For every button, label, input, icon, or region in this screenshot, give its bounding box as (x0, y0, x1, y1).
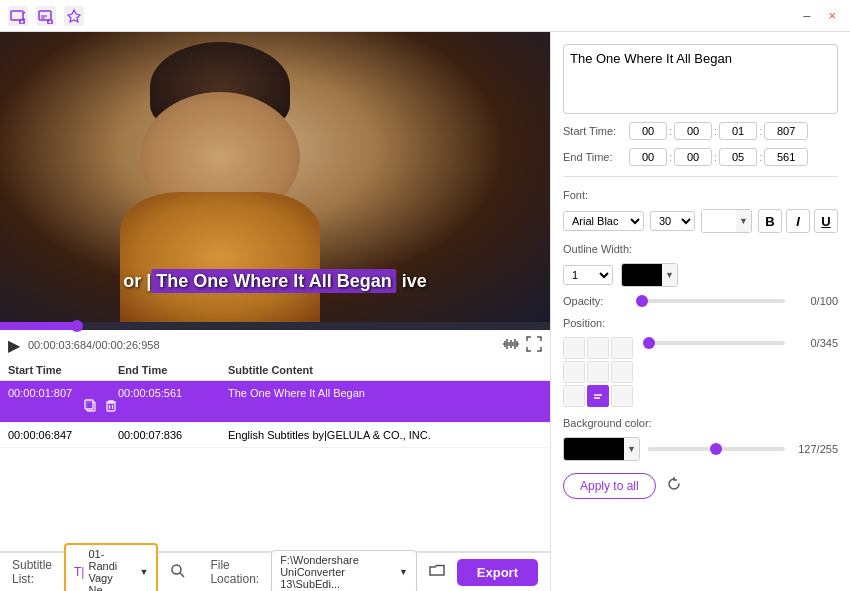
pos-bot-left[interactable] (563, 385, 585, 407)
outline-color-swatch[interactable]: ▼ (621, 263, 678, 287)
progress-handle[interactable] (71, 320, 83, 332)
position-slider-row: 0/345 (643, 337, 838, 349)
start-time-m[interactable] (674, 122, 712, 140)
start-time-ms[interactable] (764, 122, 808, 140)
pos-top-center[interactable] (587, 337, 609, 359)
subtitle-highlight: The One Where It All Began (151, 269, 396, 293)
svg-rect-23 (107, 403, 115, 411)
row1-end: 00:00:05:561 (118, 387, 228, 399)
apply-row: Apply to all (563, 473, 838, 499)
pos-mid-left[interactable] (563, 361, 585, 383)
table-header: Start Time End Time Subtitle Content (0, 360, 550, 381)
subtitle-text-editor[interactable]: The One Where It All Began (563, 44, 838, 114)
row1-content: The One Where It All Began (228, 387, 542, 399)
right-panel: The One Where It All Began Start Time: :… (550, 32, 850, 591)
table-row[interactable]: 00:00:01:807 00:00:05:561 The One Where … (0, 381, 550, 423)
time-display: 00:00:03:684/00:00:26:958 (28, 339, 160, 351)
progress-bar[interactable] (0, 322, 550, 330)
bold-button[interactable]: B (758, 209, 782, 233)
start-time-s[interactable] (719, 122, 757, 140)
subtitle-prefix: or | (123, 271, 151, 291)
row1-delete-button[interactable] (104, 399, 118, 416)
controls-right (502, 336, 542, 355)
end-time-label: End Time: (563, 151, 623, 163)
search-button[interactable] (170, 563, 186, 582)
row1-copy-button[interactable] (84, 399, 98, 416)
pos-top-left[interactable] (563, 337, 585, 359)
end-time-row: End Time: : : : (563, 148, 838, 166)
pos-top-right[interactable] (611, 337, 633, 359)
pos-bot-center[interactable] (587, 385, 609, 407)
font-color-swatch[interactable]: ▼ (701, 209, 752, 233)
path-chevron-icon: ▼ (399, 567, 408, 577)
position-slider[interactable] (643, 341, 785, 345)
bg-opacity-value: 127/255 (793, 443, 838, 455)
play-button[interactable]: ▶ (8, 336, 20, 355)
playback-controls: ▶ 00:00:03:684/00:00:26:958 (0, 330, 550, 360)
end-time-ms[interactable] (764, 148, 808, 166)
end-time-m[interactable] (674, 148, 712, 166)
opacity-slider[interactable] (636, 299, 785, 303)
bg-opacity-slider[interactable] (648, 447, 785, 451)
underline-button[interactable]: U (814, 209, 838, 233)
subtitle-dropdown-text: 01-Randi Vagy Ne... (88, 548, 131, 591)
apply-to-all-button[interactable]: Apply to all (563, 473, 656, 499)
svg-rect-0 (11, 11, 23, 20)
minimize-button[interactable]: – (797, 6, 816, 25)
divider1 (563, 176, 838, 177)
left-panel: or |The One Where It All Began ive ▶ 00:… (0, 32, 550, 591)
table-row[interactable]: 00:00:06:847 00:00:07:836 English Subtit… (0, 423, 550, 448)
col-start-time: Start Time (8, 364, 118, 376)
position-grid (563, 337, 633, 407)
video-preview: or |The One Where It All Began ive (0, 32, 550, 322)
add-media-button[interactable] (8, 6, 28, 26)
export-button[interactable]: Export (457, 559, 538, 586)
subtitle-dropdown[interactable]: T| 01-Randi Vagy Ne... ▼ (64, 543, 158, 591)
bg-color-row: ▼ 127/255 (563, 437, 838, 461)
bg-color-label: Background color: (563, 417, 838, 429)
svg-line-27 (180, 573, 184, 577)
end-time-h[interactable] (629, 148, 667, 166)
end-time-s[interactable] (719, 148, 757, 166)
font-label: Font: (563, 189, 838, 201)
row2-start: 00:00:06:847 (8, 429, 118, 441)
row2-end: 00:00:07:836 (118, 429, 228, 441)
subtitle-type-icon: T| (74, 565, 84, 579)
fullscreen-button[interactable] (526, 336, 542, 355)
opacity-label: Opacity: (563, 295, 628, 307)
start-time-h[interactable] (629, 122, 667, 140)
font-size-select[interactable]: 30 (650, 211, 695, 231)
opacity-value: 0/100 (793, 295, 838, 307)
col-end-time: End Time (118, 364, 228, 376)
bg-color-arrow: ▼ (624, 438, 639, 460)
waveform-button[interactable] (502, 337, 520, 354)
pos-mid-center[interactable] (587, 361, 609, 383)
font-family-select[interactable]: Arial Blac (563, 211, 644, 231)
start-time-row: Start Time: : : : (563, 122, 838, 140)
end-time-fields: : : : (629, 148, 808, 166)
folder-button[interactable] (429, 564, 445, 581)
start-time-label: Start Time: (563, 125, 623, 137)
bottom-bar: Subtitle List: T| 01-Randi Vagy Ne... ▼ … (0, 551, 550, 591)
smart-subtitle-button[interactable] (64, 6, 84, 26)
subtitle-suffix: ive (397, 271, 427, 291)
bg-color-box (564, 438, 624, 460)
start-time-fields: : : : (629, 122, 808, 140)
outline-width-select[interactable]: 1 (563, 265, 613, 285)
position-slider-area: 0/345 (643, 337, 838, 349)
window-controls: – × (797, 6, 842, 25)
file-path-text: F:\Wondershare UniConverter 13\SubEdi... (280, 554, 395, 590)
bg-color-swatch[interactable]: ▼ (563, 437, 640, 461)
outline-row: 1 ▼ (563, 263, 838, 287)
col-content: Subtitle Content (228, 364, 542, 376)
refresh-button[interactable] (666, 476, 682, 496)
italic-button[interactable]: I (786, 209, 810, 233)
pos-mid-right[interactable] (611, 361, 633, 383)
outline-color-box (622, 264, 662, 286)
opacity-row: Opacity: 0/100 (563, 295, 838, 307)
svg-point-26 (172, 565, 181, 574)
add-subtitle-button[interactable] (36, 6, 56, 26)
toolbar (8, 6, 84, 26)
close-button[interactable]: × (822, 6, 842, 25)
pos-bot-right[interactable] (611, 385, 633, 407)
